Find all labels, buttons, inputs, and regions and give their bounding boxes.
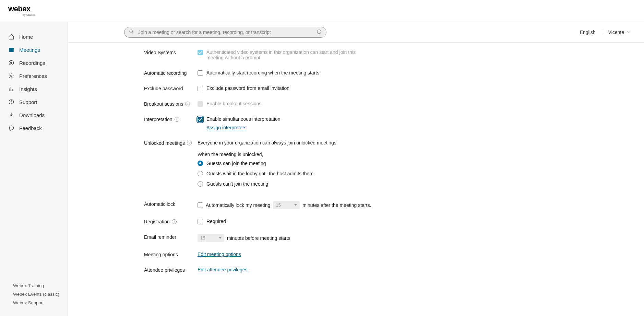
info-icon[interactable] <box>317 29 322 35</box>
radio-input <box>198 181 203 187</box>
footer-link-support[interactable]: Webex Support <box>13 299 59 307</box>
sidebar-label: Recordings <box>19 60 45 66</box>
gear-icon <box>8 73 14 79</box>
sidebar-item-feedback[interactable]: Feedback <box>0 121 68 134</box>
checkbox-auto-lock[interactable] <box>198 202 203 208</box>
info-icon[interactable]: i <box>172 219 177 224</box>
setting-breakout: Breakout sessions i Enable breakout sess… <box>144 101 630 107</box>
content-area: English Vicente Video Systems Authentica… <box>68 22 644 316</box>
assign-interpreters-link[interactable]: Assign interpreters <box>206 125 247 130</box>
user-menu[interactable]: Vicente <box>608 30 630 35</box>
sidebar-nav: Home Meetings Recordings Preferences <box>0 22 68 277</box>
auto-lock-pre: Automatically lock my meeting <box>206 202 270 208</box>
setting-exclude-password: Exclude password Exclude password from e… <box>144 85 630 91</box>
setting-registration: Registration i Required <box>144 219 630 224</box>
label-auto-lock: Automatic lock <box>144 201 198 207</box>
help-icon <box>8 99 14 105</box>
desc-breakout: Enable breakout sessions <box>206 101 261 106</box>
chevron-down-icon <box>626 30 630 35</box>
unlocked-when-text: When the meeting is unlocked, <box>198 152 630 157</box>
info-icon[interactable]: i <box>175 117 179 122</box>
label-meeting-options: Meeting options <box>144 251 198 257</box>
sidebar-item-insights[interactable]: Insights <box>0 82 68 95</box>
subheader: English Vicente <box>68 22 644 43</box>
setting-auto-recording: Automatic recording Automatically start … <box>144 70 630 76</box>
email-reminder-select[interactable]: 15 <box>198 234 224 242</box>
search-input[interactable] <box>124 27 326 38</box>
sidebar-label: Feedback <box>19 125 42 131</box>
sidebar-label: Insights <box>19 86 37 92</box>
desc-video-systems: Authenticated video systems in this orga… <box>206 49 364 60</box>
logo-subtext: by CISCO <box>23 13 35 16</box>
sidebar-item-home[interactable]: Home <box>0 30 68 43</box>
desc-registration: Required <box>206 219 226 224</box>
sidebar-label: Preferences <box>19 73 47 79</box>
svg-point-4 <box>11 75 12 77</box>
sidebar-item-downloads[interactable]: Downloads <box>0 108 68 121</box>
footer-link-training[interactable]: Webex Training <box>13 281 59 290</box>
label-breakout: Breakout sessions i <box>144 101 198 107</box>
search-container <box>124 27 326 38</box>
checkbox-auto-recording[interactable] <box>198 70 203 76</box>
desc-interpretation: Enable simultaneous interpretation <box>206 116 281 122</box>
language-selector[interactable]: English <box>580 30 596 35</box>
search-icon <box>129 29 134 35</box>
svg-point-6 <box>11 103 11 103</box>
auto-lock-minutes-select[interactable]: 15 <box>273 201 300 209</box>
email-reminder-post: minutes before meeting starts <box>227 235 290 241</box>
edit-meeting-options-link[interactable]: Edit meeting options <box>198 251 241 257</box>
label-auto-recording: Automatic recording <box>144 70 198 76</box>
label-exclude-password: Exclude password <box>144 85 198 91</box>
desc-exclude-password: Exclude password from email invitation <box>206 85 289 91</box>
calendar-icon <box>8 47 14 53</box>
unlocked-desc-top: Everyone in your organization can always… <box>198 140 630 145</box>
sidebar-footer: Webex Training Webex Events (classic) We… <box>0 277 68 316</box>
radio-guests-blocked[interactable]: Guests can't join the meeting <box>198 181 630 187</box>
logo-block: webex by CISCO <box>8 5 35 16</box>
label-attendee-privileges: Attendee privileges <box>144 267 198 273</box>
setting-attendee-privileges: Attendee privileges Edit attendee privil… <box>144 267 630 273</box>
top-header: webex by CISCO <box>0 0 644 22</box>
user-name: Vicente <box>608 30 624 35</box>
sidebar-item-meetings[interactable]: Meetings <box>0 43 68 56</box>
checkbox-exclude-password[interactable] <box>198 86 203 91</box>
label-video-systems: Video Systems <box>144 49 198 55</box>
home-icon <box>8 34 14 40</box>
sidebar-item-support[interactable]: Support <box>0 95 68 108</box>
footer-link-events[interactable]: Webex Events (classic) <box>13 290 59 299</box>
checkbox-breakout <box>198 101 203 107</box>
settings-body: Video Systems Authenticated video system… <box>68 43 644 316</box>
info-icon[interactable]: i <box>187 141 192 145</box>
svg-point-3 <box>11 62 12 64</box>
desc-auto-recording: Automatically start recording when the m… <box>206 70 319 75</box>
info-icon[interactable]: i <box>185 102 190 106</box>
svg-point-7 <box>130 30 133 33</box>
radio-input <box>198 161 203 166</box>
record-icon <box>8 60 14 66</box>
setting-video-systems: Video Systems Authenticated video system… <box>144 49 630 60</box>
label-registration: Registration i <box>144 219 198 224</box>
checkbox-video-systems <box>198 50 203 55</box>
logo: webex <box>8 5 35 13</box>
radio-guests-lobby[interactable]: Guests wait in the lobby until the host … <box>198 171 630 176</box>
divider <box>602 30 602 35</box>
auto-lock-post: minutes after the meeting starts. <box>302 202 371 208</box>
radio-guests-join[interactable]: Guests can join the meeting <box>198 161 630 166</box>
chevron-down-icon <box>294 204 297 206</box>
setting-interpretation: Interpretation i Enable simultaneous int… <box>144 116 630 130</box>
sidebar-label: Support <box>19 99 37 105</box>
radio-input <box>198 171 203 176</box>
unlocked-radio-group: Guests can join the meeting Guests wait … <box>198 161 630 187</box>
sidebar: Home Meetings Recordings Preferences <box>0 22 68 316</box>
sidebar-item-preferences[interactable]: Preferences <box>0 69 68 82</box>
setting-meeting-options: Meeting options Edit meeting options <box>144 251 630 257</box>
svg-rect-1 <box>9 48 14 49</box>
edit-attendee-privileges-link[interactable]: Edit attendee privileges <box>198 267 248 272</box>
insights-icon <box>8 86 14 92</box>
download-icon <box>8 112 14 118</box>
sidebar-item-recordings[interactable]: Recordings <box>0 56 68 69</box>
checkbox-registration[interactable] <box>198 219 203 224</box>
label-email-reminder: Email reminder <box>144 234 198 240</box>
sidebar-label: Home <box>19 34 33 40</box>
checkbox-interpretation[interactable] <box>198 117 203 122</box>
